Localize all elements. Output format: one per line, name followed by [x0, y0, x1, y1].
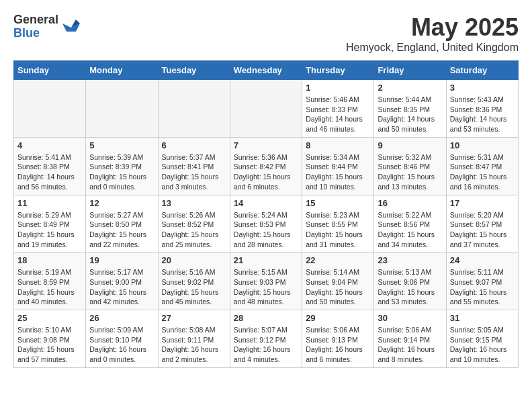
day-info: Sunrise: 5:11 AM Sunset: 9:07 PM Dayligh… [450, 267, 515, 307]
title-block: May 2025 Hemyock, England, United Kingdo… [346, 13, 519, 54]
col-friday: Friday [374, 61, 446, 80]
day-number: 4 [17, 140, 82, 150]
table-row: 7Sunrise: 5:36 AM Sunset: 8:42 PM Daylig… [230, 137, 302, 195]
logo-blue-text: Blue [13, 27, 58, 40]
day-number: 1 [306, 83, 370, 93]
day-number: 16 [378, 198, 442, 208]
day-number: 31 [450, 313, 515, 323]
calendar-row-4: 18Sunrise: 5:19 AM Sunset: 8:59 PM Dayli… [14, 253, 519, 310]
day-number: 2 [378, 83, 442, 93]
day-info: Sunrise: 5:15 AM Sunset: 9:03 PM Dayligh… [234, 267, 298, 307]
table-row: 18Sunrise: 5:19 AM Sunset: 8:59 PM Dayli… [14, 253, 86, 310]
table-row: 17Sunrise: 5:20 AM Sunset: 8:57 PM Dayli… [446, 195, 518, 253]
table-row: 8Sunrise: 5:34 AM Sunset: 8:44 PM Daylig… [302, 137, 374, 195]
table-row: 1Sunrise: 5:46 AM Sunset: 8:33 PM Daylig… [302, 80, 374, 138]
table-row: 9Sunrise: 5:32 AM Sunset: 8:46 PM Daylig… [374, 137, 446, 195]
day-info: Sunrise: 5:46 AM Sunset: 8:33 PM Dayligh… [306, 95, 370, 134]
day-info: Sunrise: 5:43 AM Sunset: 8:36 PM Dayligh… [450, 95, 515, 134]
table-row: 26Sunrise: 5:09 AM Sunset: 9:10 PM Dayli… [86, 310, 158, 368]
day-number: 27 [162, 313, 226, 323]
day-number: 17 [450, 198, 515, 208]
calendar-header: Sunday Monday Tuesday Wednesday Thursday… [14, 61, 519, 80]
calendar-row-1: 1Sunrise: 5:46 AM Sunset: 8:33 PM Daylig… [14, 80, 519, 138]
logo-text: General Blue [13, 13, 58, 40]
table-row [230, 80, 302, 138]
day-info: Sunrise: 5:27 AM Sunset: 8:50 PM Dayligh… [89, 210, 154, 250]
table-row: 11Sunrise: 5:29 AM Sunset: 8:49 PM Dayli… [14, 195, 86, 253]
table-row [14, 80, 86, 138]
calendar: Sunday Monday Tuesday Wednesday Thursday… [13, 60, 519, 368]
table-row: 25Sunrise: 5:10 AM Sunset: 9:08 PM Dayli… [14, 310, 86, 368]
table-row: 14Sunrise: 5:24 AM Sunset: 8:53 PM Dayli… [230, 195, 302, 253]
table-row: 13Sunrise: 5:26 AM Sunset: 8:52 PM Dayli… [158, 195, 230, 253]
table-row: 22Sunrise: 5:14 AM Sunset: 9:04 PM Dayli… [302, 253, 374, 310]
calendar-row-5: 25Sunrise: 5:10 AM Sunset: 9:08 PM Dayli… [14, 310, 519, 368]
table-row: 6Sunrise: 5:37 AM Sunset: 8:41 PM Daylig… [158, 137, 230, 195]
day-number: 25 [17, 313, 82, 323]
page: General Blue May 2025 Hemyock, England, … [0, 0, 532, 375]
calendar-body: 1Sunrise: 5:46 AM Sunset: 8:33 PM Daylig… [14, 80, 519, 368]
day-info: Sunrise: 5:08 AM Sunset: 9:11 PM Dayligh… [162, 325, 226, 365]
table-row: 28Sunrise: 5:07 AM Sunset: 9:12 PM Dayli… [230, 310, 302, 368]
col-thursday: Thursday [302, 61, 374, 80]
day-number: 15 [306, 198, 370, 208]
table-row [86, 80, 158, 138]
logo-general-text: General [13, 13, 58, 27]
table-row: 27Sunrise: 5:08 AM Sunset: 9:11 PM Dayli… [158, 310, 230, 368]
day-number: 7 [234, 140, 298, 150]
col-tuesday: Tuesday [158, 61, 230, 80]
day-number: 26 [89, 313, 154, 323]
header: General Blue May 2025 Hemyock, England, … [13, 13, 519, 54]
day-info: Sunrise: 5:06 AM Sunset: 9:14 PM Dayligh… [378, 325, 442, 365]
day-info: Sunrise: 5:37 AM Sunset: 8:41 PM Dayligh… [162, 152, 226, 192]
table-row: 30Sunrise: 5:06 AM Sunset: 9:14 PM Dayli… [374, 310, 446, 368]
table-row: 10Sunrise: 5:31 AM Sunset: 8:47 PM Dayli… [446, 137, 518, 195]
table-row: 21Sunrise: 5:15 AM Sunset: 9:03 PM Dayli… [230, 253, 302, 310]
calendar-row-3: 11Sunrise: 5:29 AM Sunset: 8:49 PM Dayli… [14, 195, 519, 253]
day-number: 9 [378, 140, 442, 150]
day-number: 12 [89, 198, 154, 208]
table-row: 16Sunrise: 5:22 AM Sunset: 8:56 PM Dayli… [374, 195, 446, 253]
day-info: Sunrise: 5:06 AM Sunset: 9:13 PM Dayligh… [306, 325, 370, 365]
day-info: Sunrise: 5:17 AM Sunset: 9:00 PM Dayligh… [89, 267, 154, 307]
day-number: 28 [234, 313, 298, 323]
month-title: May 2025 [346, 13, 519, 42]
day-info: Sunrise: 5:24 AM Sunset: 8:53 PM Dayligh… [234, 210, 298, 250]
day-number: 29 [306, 313, 370, 323]
table-row: 23Sunrise: 5:13 AM Sunset: 9:06 PM Dayli… [374, 253, 446, 310]
table-row: 15Sunrise: 5:23 AM Sunset: 8:55 PM Dayli… [302, 195, 374, 253]
calendar-row-2: 4Sunrise: 5:41 AM Sunset: 8:38 PM Daylig… [14, 137, 519, 195]
day-info: Sunrise: 5:10 AM Sunset: 9:08 PM Dayligh… [17, 325, 82, 365]
col-sunday: Sunday [14, 61, 86, 80]
table-row: 4Sunrise: 5:41 AM Sunset: 8:38 PM Daylig… [14, 137, 86, 195]
location: Hemyock, England, United Kingdom [346, 42, 519, 54]
table-row: 29Sunrise: 5:06 AM Sunset: 9:13 PM Dayli… [302, 310, 374, 368]
day-number: 24 [450, 255, 515, 265]
table-row: 3Sunrise: 5:43 AM Sunset: 8:36 PM Daylig… [446, 80, 518, 138]
day-info: Sunrise: 5:32 AM Sunset: 8:46 PM Dayligh… [378, 152, 442, 192]
day-number: 14 [234, 198, 298, 208]
day-number: 13 [162, 198, 226, 208]
day-info: Sunrise: 5:26 AM Sunset: 8:52 PM Dayligh… [162, 210, 226, 250]
table-row: 20Sunrise: 5:16 AM Sunset: 9:02 PM Dayli… [158, 253, 230, 310]
day-number: 10 [450, 140, 515, 150]
day-info: Sunrise: 5:36 AM Sunset: 8:42 PM Dayligh… [234, 152, 298, 192]
day-info: Sunrise: 5:39 AM Sunset: 8:39 PM Dayligh… [89, 152, 154, 192]
day-info: Sunrise: 5:14 AM Sunset: 9:04 PM Dayligh… [306, 267, 370, 307]
logo-icon [61, 17, 81, 37]
col-monday: Monday [86, 61, 158, 80]
day-number: 3 [450, 83, 515, 93]
table-row: 2Sunrise: 5:44 AM Sunset: 8:35 PM Daylig… [374, 80, 446, 138]
day-info: Sunrise: 5:29 AM Sunset: 8:49 PM Dayligh… [17, 210, 82, 250]
day-number: 23 [378, 255, 442, 265]
day-number: 5 [89, 140, 154, 150]
day-info: Sunrise: 5:07 AM Sunset: 9:12 PM Dayligh… [234, 325, 298, 365]
day-info: Sunrise: 5:20 AM Sunset: 8:57 PM Dayligh… [450, 210, 515, 250]
day-info: Sunrise: 5:19 AM Sunset: 8:59 PM Dayligh… [17, 267, 82, 307]
day-info: Sunrise: 5:41 AM Sunset: 8:38 PM Dayligh… [17, 152, 82, 192]
day-info: Sunrise: 5:05 AM Sunset: 9:15 PM Dayligh… [450, 325, 515, 365]
table-row: 19Sunrise: 5:17 AM Sunset: 9:00 PM Dayli… [86, 253, 158, 310]
day-number: 22 [306, 255, 370, 265]
col-saturday: Saturday [446, 61, 518, 80]
day-number: 8 [306, 140, 370, 150]
